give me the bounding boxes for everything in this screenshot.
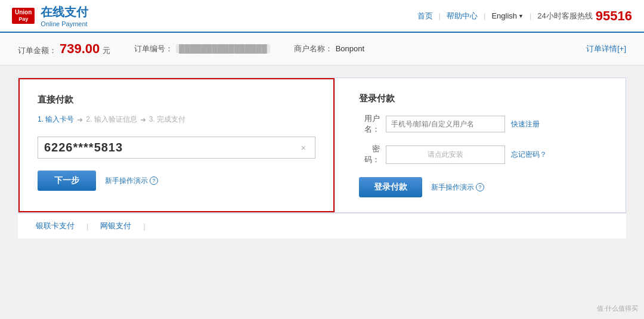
order-amount-label: 订单金额：: [18, 45, 57, 56]
card-number-display: 6226****5813: [44, 141, 298, 154]
clear-icon[interactable]: ×: [298, 143, 309, 153]
direct-demo-link[interactable]: 新手操作演示 ?: [105, 176, 158, 186]
step-arrow-1: ➜: [77, 116, 83, 124]
order-amount-item: 订单金额： 739.00 元: [18, 41, 110, 57]
bottom-tabs: 银联卡支付 | 网银支付 |: [18, 213, 626, 239]
username-label: 用户名：: [359, 113, 380, 135]
nav-help-link[interactable]: 帮助中心: [447, 11, 478, 21]
nav-right: 首页 | 帮助中心 | English ▼ | 24小时客服热线 95516: [417, 8, 632, 24]
order-amount-unit: 元: [103, 45, 110, 56]
direct-payment-section: 直接付款 1. 输入卡号 ➜ 2. 输入验证信息 ➜ 3. 完成支付 6226*…: [18, 78, 335, 212]
password-row: 密 码： 请点此安装 忘记密码？: [359, 144, 602, 165]
card-input-area[interactable]: 6226****5813 ×: [38, 137, 315, 159]
order-id-value: ████████████████: [176, 44, 270, 53]
username-row: 用户名： 快速注册: [359, 113, 602, 135]
language-button[interactable]: English ▼: [491, 11, 524, 20]
login-payment-button[interactable]: 登录付款: [359, 177, 422, 197]
logo-text: 在线支付 Online Payment: [41, 4, 88, 27]
logo-cn: 在线支付: [41, 4, 88, 20]
login-demo-link[interactable]: 新手操作演示 ?: [431, 182, 484, 193]
step-arrow-2: ➜: [140, 116, 146, 124]
tab-separator-2: |: [143, 222, 145, 231]
nav-separator-1: |: [439, 11, 441, 20]
order-bar: 订单金额： 739.00 元 订单编号： ████████████████ 商户…: [0, 33, 644, 66]
logo-area: Union Pay 在线支付 Online Payment: [12, 4, 88, 27]
order-merchant-item: 商户名称： Bonpont: [294, 44, 364, 54]
login-btn-row: 登录付款 新手操作演示 ?: [359, 177, 602, 197]
unionpay-logo-badge: Union Pay: [12, 8, 35, 24]
logo-en: Online Payment: [41, 20, 88, 27]
hotline-label: 24小时客服热线: [537, 11, 592, 21]
header: Union Pay 在线支付 Online Payment 首页 | 帮助中心 …: [0, 0, 644, 33]
order-merchant-label: 商户名称：: [294, 44, 333, 54]
language-label: English: [491, 11, 517, 20]
direct-payment-btn-row: 下一步 新手操作演示 ?: [38, 171, 315, 191]
tab-netbank[interactable]: 网银支付: [88, 221, 143, 231]
tab-unionpay[interactable]: 银联卡支付: [36, 221, 86, 231]
login-payment-title: 登录付款: [359, 93, 602, 104]
order-id-item: 订单编号： ████████████████: [134, 44, 270, 54]
next-step-button[interactable]: 下一步: [38, 171, 96, 191]
watermark-text: 值·什么值得买: [597, 305, 638, 312]
username-input[interactable]: [386, 116, 505, 132]
hotline-number: 95516: [596, 8, 632, 24]
main-content: 直接付款 1. 输入卡号 ➜ 2. 输入验证信息 ➜ 3. 完成支付 6226*…: [0, 66, 644, 250]
steps-indicator: 1. 输入卡号 ➜ 2. 输入验证信息 ➜ 3. 完成支付: [38, 114, 315, 125]
demo-circle-icon: ?: [150, 176, 158, 185]
step-2: 2. 输入验证信息: [86, 114, 137, 125]
watermark: 值·什么值得买: [597, 304, 638, 313]
direct-demo-label: 新手操作演示: [105, 176, 148, 186]
password-label: 密 码：: [359, 144, 380, 165]
logo-badge-up: Union: [15, 9, 32, 16]
order-amount-value: 739.00: [60, 41, 100, 57]
login-payment-section: 登录付款 用户名： 快速注册 密 码： 请点此安装 忘记密码？ 登录付款 新手操…: [335, 78, 626, 212]
order-detail-link[interactable]: 订单详情[+]: [586, 44, 626, 54]
step-3: 3. 完成支付: [149, 114, 185, 125]
nav-separator-2: |: [484, 11, 485, 20]
password-install-hint[interactable]: 请点此安装: [386, 145, 505, 164]
forgot-password-link[interactable]: 忘记密码？: [511, 150, 547, 160]
quick-register-link[interactable]: 快速注册: [511, 119, 540, 129]
order-merchant-value: Bonpont: [336, 44, 364, 53]
login-demo-label: 新手操作演示: [431, 182, 474, 193]
logo-badge-lian: Pay: [18, 16, 28, 23]
step-1: 1. 输入卡号: [38, 114, 74, 125]
chevron-down-icon: ▼: [518, 13, 524, 19]
payment-sections: 直接付款 1. 输入卡号 ➜ 2. 输入验证信息 ➜ 3. 完成支付 6226*…: [18, 78, 626, 213]
direct-payment-title: 直接付款: [38, 94, 315, 106]
login-demo-circle-icon: ?: [476, 183, 484, 191]
nav-home-link[interactable]: 首页: [417, 11, 433, 21]
order-id-label: 订单编号：: [134, 44, 173, 54]
nav-separator-3: |: [530, 11, 531, 20]
